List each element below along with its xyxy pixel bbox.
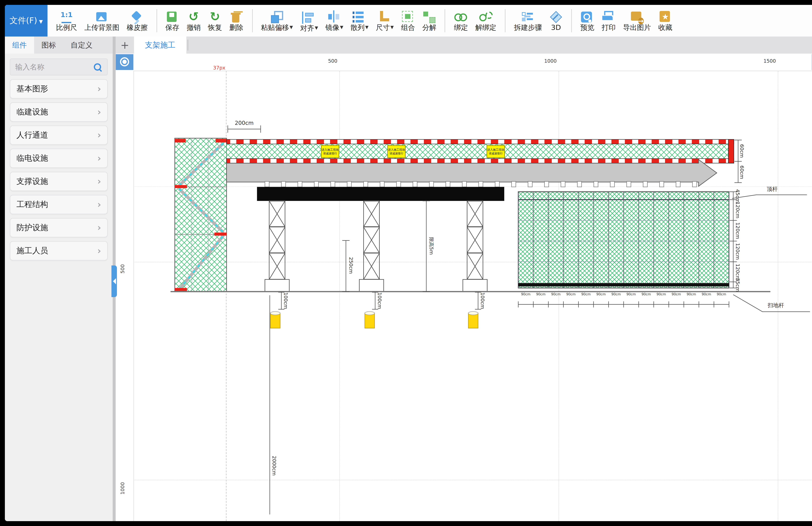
chevron-right-icon: › bbox=[97, 153, 101, 164]
toolbar-button-label: 比例尺 bbox=[56, 23, 77, 32]
chain-dim-label: 120cm bbox=[735, 263, 740, 280]
sidebar-item-5[interactable]: 工程结构› bbox=[10, 195, 108, 214]
toolbar-button-label: 组合 bbox=[401, 23, 415, 32]
add-tab-button[interactable]: + bbox=[116, 36, 134, 54]
toolbar-distribute-button[interactable]: 散列▼ bbox=[347, 10, 372, 32]
sidebar-item-4[interactable]: 支撑设施› bbox=[10, 172, 108, 191]
toolbar-trash-button[interactable]: 删除 bbox=[226, 10, 247, 32]
sidebar-divider bbox=[113, 36, 116, 521]
toolbar-redo-button[interactable]: 恢复 bbox=[204, 10, 226, 32]
sidebar-item-3[interactable]: 临电设施› bbox=[10, 148, 108, 168]
sidebar-collapse-handle[interactable] bbox=[112, 265, 117, 297]
toolbar-button-label: 上传背景图 bbox=[84, 23, 119, 32]
bay-dim-label: 90cm bbox=[521, 292, 531, 296]
height-limit-label: 限高5m bbox=[428, 237, 434, 255]
toolbar-button-label: 镜像▼ bbox=[325, 23, 343, 32]
bay-dim-label: 90cm bbox=[702, 292, 711, 296]
bay-dim-label: 90cm bbox=[581, 292, 591, 296]
toolbar-button-label: 删除 bbox=[229, 23, 243, 32]
pier-height-dim-label: 250cm bbox=[348, 257, 353, 274]
sidebar-item-7[interactable]: 施工人员› bbox=[10, 241, 108, 261]
sidebar-tab-0[interactable]: 组件 bbox=[5, 36, 34, 54]
chain-dim-label: 120cm bbox=[735, 202, 740, 218]
tab-label: 支架施工 bbox=[145, 40, 176, 50]
toolbar-button-label: 分解 bbox=[422, 23, 436, 32]
sidebar-item-label: 支撑设施 bbox=[16, 176, 97, 187]
redo-icon bbox=[208, 11, 222, 23]
tab-zhijiashigong[interactable]: 支架施工 bbox=[134, 36, 186, 54]
trash-icon bbox=[230, 11, 243, 23]
sign-line1: 进入施工现场 bbox=[322, 148, 338, 152]
toolbar-align-button[interactable]: 对齐▼ bbox=[296, 10, 322, 32]
sign-line2: 请减速慢行 bbox=[489, 152, 503, 155]
group-icon bbox=[401, 11, 415, 23]
paste-offset-icon bbox=[270, 11, 284, 23]
bay-dim-label: 90cm bbox=[551, 292, 561, 296]
align-icon bbox=[302, 11, 316, 24]
toolbar-save-button[interactable]: 保存 bbox=[162, 10, 183, 32]
drawing-canvas[interactable]: 37px 50010001500 5001000 bbox=[116, 54, 812, 521]
sidebar-tab-filler bbox=[100, 36, 113, 54]
toolbar-bind-button[interactable]: 绑定 bbox=[450, 10, 472, 32]
toolbar-eraser-button[interactable]: 橡皮擦 bbox=[123, 10, 151, 32]
toolbar-export-image-button[interactable]: 导出图片 bbox=[619, 10, 655, 32]
toolbar-button-label: 撤销 bbox=[187, 23, 201, 32]
steps-icon bbox=[521, 11, 535, 23]
clearance-dim-label: 100cm bbox=[480, 292, 485, 309]
toolbar-divider bbox=[445, 9, 446, 32]
chevron-right-icon: › bbox=[97, 222, 101, 233]
bind-icon bbox=[454, 11, 468, 23]
search-icon[interactable] bbox=[94, 63, 101, 71]
toolbar-unbind-button[interactable]: 解绑定 bbox=[472, 10, 500, 32]
toolbar-paste-offset-button[interactable]: 粘贴偏移▼ bbox=[257, 10, 296, 32]
toolbar-button-label: 解绑定 bbox=[475, 23, 496, 32]
toolbar-group-button[interactable]: 组合 bbox=[397, 10, 419, 32]
toolbar-scale-button[interactable]: 比例尺 bbox=[53, 10, 81, 32]
file-menu-button[interactable]: 文件(F) ▼ bbox=[5, 5, 47, 36]
sidebar-tab-2[interactable]: 自定义 bbox=[63, 36, 100, 54]
toolbar-button-label: 散列▼ bbox=[351, 23, 368, 32]
chevron-right-icon: › bbox=[97, 245, 101, 256]
toolbar-divider bbox=[156, 9, 157, 32]
sidebar-item-1[interactable]: 临建设施› bbox=[10, 102, 108, 122]
toolbar-print-button[interactable]: 打印 bbox=[598, 10, 619, 32]
toolbar-button-label: 尺寸▼ bbox=[376, 23, 394, 32]
toolbar-mirror-button[interactable]: 镜像▼ bbox=[322, 10, 347, 32]
warning-sign: 进入施工现场请减速慢行 bbox=[387, 145, 406, 158]
canvas-tab-bar: + 支架施工 » bbox=[116, 36, 812, 54]
sidebar-tab-1[interactable]: 图标 bbox=[34, 36, 63, 54]
toolbar-divider bbox=[505, 9, 506, 32]
sidebar-item-label: 工程结构 bbox=[16, 199, 97, 210]
chevron-down-icon: ▼ bbox=[340, 23, 343, 32]
sidebar-item-0[interactable]: 基本图形› bbox=[10, 79, 108, 99]
sidebar-item-6[interactable]: 防护设施› bbox=[10, 218, 108, 237]
toolbar-dimension-button[interactable]: 尺寸▼ bbox=[372, 10, 397, 32]
sign-line1: 进入施工现场 bbox=[487, 148, 504, 152]
toolbar-steps-button[interactable]: 拆建步骤 bbox=[510, 10, 546, 32]
toolbar-ungroup-button[interactable]: 分解 bbox=[419, 10, 440, 32]
chain-dim-label: 120cm bbox=[735, 222, 740, 239]
sidebar-item-label: 临建设施 bbox=[16, 106, 97, 118]
chevron-right-icon: › bbox=[97, 176, 101, 187]
search-input[interactable]: 输入名称 bbox=[10, 58, 108, 75]
scaffold-diagram[interactable]: 200cm进入施工现场请减速慢行进入施工现场请减速慢行进入施工现场请减速慢行60… bbox=[116, 54, 812, 521]
top-rail-label: 顶杆 bbox=[767, 186, 778, 193]
sidebar-item-2[interactable]: 人行通道› bbox=[10, 126, 108, 145]
unbind-icon bbox=[479, 11, 493, 23]
toolbar-star-button[interactable]: 收藏 bbox=[655, 10, 676, 32]
save-icon bbox=[166, 11, 179, 23]
toolbar-upload-image-button[interactable]: 上传背景图 bbox=[81, 10, 123, 32]
print-icon bbox=[602, 11, 615, 23]
dimension-icon bbox=[378, 11, 392, 23]
toolbar-undo-button[interactable]: 撤销 bbox=[183, 10, 204, 32]
sidebar-item-label: 施工人员 bbox=[16, 245, 97, 256]
bay-dim-label: 90cm bbox=[656, 292, 666, 296]
toolbar-preview-button[interactable]: 预览 bbox=[577, 10, 598, 32]
toolbar-button-label: 拆建步骤 bbox=[514, 23, 542, 32]
select-tool-button[interactable] bbox=[116, 54, 133, 70]
width-dim-label: 200cm bbox=[235, 120, 254, 126]
toolbar-cube-button[interactable]: 3D bbox=[546, 10, 566, 32]
bay-dim-label: 90cm bbox=[611, 292, 621, 296]
ungroup-icon bbox=[423, 11, 436, 23]
chain-dim-label: 45cm bbox=[735, 189, 740, 203]
